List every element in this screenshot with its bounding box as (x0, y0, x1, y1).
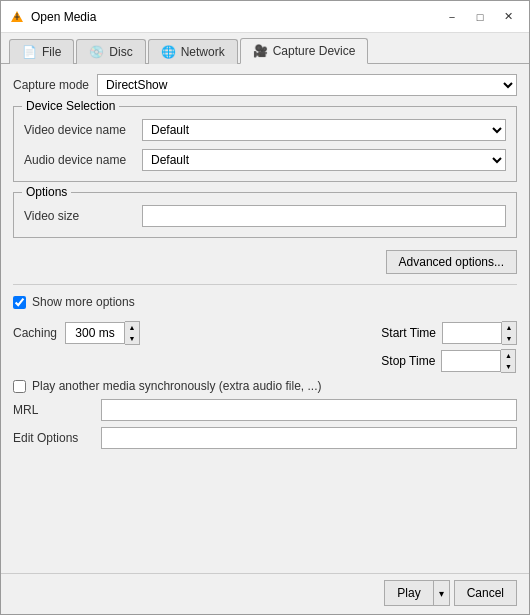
tab-disc[interactable]: 💿 Disc (76, 39, 145, 64)
title-bar: Open Media − □ ✕ (1, 1, 529, 33)
device-selection-content: Video device name Default Audio device n… (24, 119, 506, 171)
show-more-label: Show more options (32, 295, 135, 309)
network-tab-label: Network (181, 45, 225, 59)
caching-row: Caching ▲ ▼ (13, 321, 140, 345)
video-size-label: Video size (24, 209, 134, 223)
stop-time-spinner: 00H:00m:00s.000 ▲ ▼ (441, 349, 516, 373)
caching-increment-button[interactable]: ▲ (125, 322, 139, 333)
stop-time-decrement-button[interactable]: ▼ (501, 361, 515, 372)
caching-spinner-buttons: ▲ ▼ (125, 321, 140, 345)
caching-decrement-button[interactable]: ▼ (125, 333, 139, 344)
options-group: Options Video size (13, 192, 517, 238)
options-content: Video size (24, 205, 506, 227)
edit-options-row: Edit Options :dshow-vdev= :dshow-adev= :… (13, 427, 517, 449)
video-device-row: Video device name Default (24, 119, 506, 141)
tabs-bar: 📄 File 💿 Disc 🌐 Network 🎥 Capture Device (1, 33, 529, 64)
start-time-label: Start Time (381, 326, 436, 340)
start-time-increment-button[interactable]: ▲ (502, 322, 516, 333)
tab-file[interactable]: 📄 File (9, 39, 74, 64)
title-bar-controls: − □ ✕ (439, 7, 521, 27)
file-tab-label: File (42, 45, 61, 59)
maximize-button[interactable]: □ (467, 7, 493, 27)
show-more-checkbox[interactable] (13, 296, 26, 309)
start-time-row: Start Time 00H:00m:00s.000 ▲ ▼ (381, 321, 517, 345)
device-selection-group: Device Selection Video device name Defau… (13, 106, 517, 182)
divider-1 (13, 284, 517, 285)
video-device-label: Video device name (24, 123, 134, 137)
tab-network[interactable]: 🌐 Network (148, 39, 238, 64)
caching-spinner: ▲ ▼ (65, 321, 140, 345)
open-media-window: Open Media − □ ✕ 📄 File 💿 Disc 🌐 Network… (0, 0, 530, 615)
caching-times-row: Caching ▲ ▼ Start Time 00H:00m:00 (13, 321, 517, 373)
play-dropdown-button[interactable]: ▾ (433, 580, 450, 606)
tab-capture[interactable]: 🎥 Capture Device (240, 38, 369, 64)
mrl-row: MRL dshow:// (13, 399, 517, 421)
capture-mode-select[interactable]: DirectShow TV - analog TV - digital PVR (97, 74, 517, 96)
audio-device-row: Audio device name Default (24, 149, 506, 171)
options-title: Options (22, 185, 71, 199)
video-size-row: Video size (24, 205, 506, 227)
device-selection-title: Device Selection (22, 99, 119, 113)
disc-tab-icon: 💿 (89, 45, 104, 59)
audio-device-label: Audio device name (24, 153, 134, 167)
advanced-options-button[interactable]: Advanced options... (386, 250, 517, 274)
audio-device-select[interactable]: Default (142, 149, 506, 171)
time-column: Start Time 00H:00m:00s.000 ▲ ▼ Stop Time (381, 321, 517, 373)
minimize-button[interactable]: − (439, 7, 465, 27)
caching-input[interactable] (65, 322, 125, 344)
play-another-checkbox[interactable] (13, 380, 26, 393)
stop-time-label: Stop Time (381, 354, 435, 368)
mrl-label: MRL (13, 403, 93, 417)
start-time-decrement-button[interactable]: ▼ (502, 333, 516, 344)
stop-time-increment-button[interactable]: ▲ (501, 350, 515, 361)
advanced-options-row: Advanced options... (13, 250, 517, 274)
caching-label: Caching (13, 326, 57, 340)
play-button[interactable]: Play (384, 580, 432, 606)
main-content: Capture mode DirectShow TV - analog TV -… (1, 64, 529, 573)
edit-options-label: Edit Options (13, 431, 93, 445)
start-time-input[interactable]: 00H:00m:00s.000 (442, 322, 502, 344)
title-bar-left: Open Media (9, 9, 96, 25)
stop-time-input[interactable]: 00H:00m:00s.000 (441, 350, 501, 372)
cancel-button[interactable]: Cancel (454, 580, 517, 606)
window-title: Open Media (31, 10, 96, 24)
edit-options-input[interactable]: :dshow-vdev= :dshow-adev= :live-caching=… (101, 427, 517, 449)
video-size-input[interactable] (142, 205, 506, 227)
play-another-label: Play another media synchronously (extra … (32, 379, 321, 393)
capture-mode-row: Capture mode DirectShow TV - analog TV -… (13, 74, 517, 96)
stop-time-row: Stop Time 00H:00m:00s.000 ▲ ▼ (381, 349, 517, 373)
start-time-spinner: 00H:00m:00s.000 ▲ ▼ (442, 321, 517, 345)
video-device-select[interactable]: Default (142, 119, 506, 141)
play-button-group: Play ▾ (384, 580, 449, 606)
file-tab-icon: 📄 (22, 45, 37, 59)
play-another-row: Play another media synchronously (extra … (13, 379, 517, 393)
capture-tab-label: Capture Device (273, 44, 356, 58)
capture-tab-icon: 🎥 (253, 44, 268, 58)
vlc-icon (9, 9, 25, 25)
footer: Play ▾ Cancel (1, 573, 529, 614)
mrl-input[interactable]: dshow:// (101, 399, 517, 421)
start-time-spinner-buttons: ▲ ▼ (502, 321, 517, 345)
network-tab-icon: 🌐 (161, 45, 176, 59)
stop-time-spinner-buttons: ▲ ▼ (501, 349, 516, 373)
show-more-row: Show more options (13, 295, 517, 309)
svg-rect-1 (14, 20, 20, 22)
capture-mode-label: Capture mode (13, 78, 89, 92)
disc-tab-label: Disc (109, 45, 132, 59)
bottom-section: Caching ▲ ▼ Start Time 00H:00m:00 (13, 317, 517, 453)
close-button[interactable]: ✕ (495, 7, 521, 27)
